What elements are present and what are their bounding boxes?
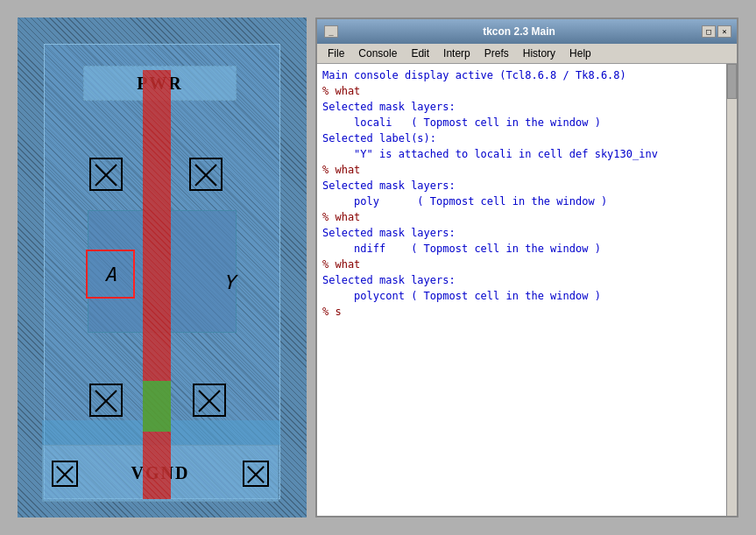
menu-help[interactable]: Help (562, 46, 598, 61)
scrollbar-thumb[interactable] (727, 64, 737, 99)
tkcon-titlebar: _ tkcon 2.3 Main □ × (317, 19, 737, 44)
wm-button-group-left: _ (322, 25, 338, 38)
tkcon-menubar: File Console Edit Interp Prefs History H… (317, 44, 737, 64)
cross-box-top-right (189, 158, 223, 191)
main-layout: PWR A Y VGND _ (0, 0, 756, 535)
y-label: Y (223, 271, 235, 293)
console-output[interactable]: Main console display active (Tcl8.6.8 / … (317, 64, 726, 516)
ndiff-center-green (143, 381, 171, 432)
tkcon-title: tkcon 2.3 Main (338, 25, 700, 38)
cross-box-top-left (89, 158, 123, 191)
wm-close-button[interactable]: × (717, 25, 731, 38)
tkcon-window: _ tkcon 2.3 Main □ × File Console Edit I… (315, 18, 738, 517)
menu-edit[interactable]: Edit (404, 46, 436, 61)
chip-canvas: PWR A Y VGND (18, 18, 307, 517)
menu-prefs[interactable]: Prefs (477, 46, 516, 61)
console-scrollbar[interactable] (726, 64, 737, 516)
menu-interp[interactable]: Interp (436, 46, 477, 61)
selected-a-box: A (86, 250, 135, 299)
menu-file[interactable]: File (321, 46, 351, 61)
vgnd-cross-right (243, 461, 269, 487)
tkcon-console: Main console display active (Tcl8.6.8 / … (317, 64, 737, 516)
menu-history[interactable]: History (516, 46, 562, 61)
wm-minimize-button[interactable]: _ (324, 25, 338, 38)
vgnd-cross-left (52, 461, 78, 487)
wm-restore-button[interactable]: □ (702, 25, 716, 38)
a-label: A (104, 264, 116, 285)
cross-box-bottom-right (193, 384, 226, 417)
cross-box-bottom-left (89, 384, 123, 417)
menu-console[interactable]: Console (351, 46, 404, 61)
poly-strip (143, 70, 171, 499)
wm-button-group-right: □ × (700, 25, 731, 38)
